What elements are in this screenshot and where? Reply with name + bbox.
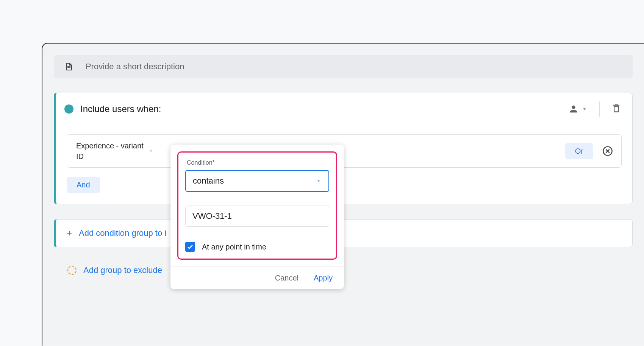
- description-placeholder: Provide a short description: [86, 62, 184, 72]
- exclude-indicator-circle: [67, 266, 77, 275]
- condition-operator-value: contains: [193, 176, 224, 186]
- add-exclude-label: Add group to exclude: [83, 265, 162, 275]
- close-circle-icon: [602, 146, 613, 156]
- condition-value-input[interactable]: [185, 206, 329, 227]
- apply-button[interactable]: Apply: [314, 274, 333, 282]
- user-icon: [568, 104, 579, 114]
- divider: [599, 101, 600, 117]
- chevron-down-icon: [148, 148, 154, 154]
- include-header-left: Include users when:: [64, 104, 161, 114]
- description-bar[interactable]: Provide a short description: [54, 55, 633, 78]
- condition-row-actions: Or: [565, 143, 621, 159]
- trash-icon: [611, 103, 622, 114]
- include-title: Include users when:: [80, 104, 161, 114]
- add-include-label: Add condition group to i: [79, 228, 166, 238]
- scope-dropdown[interactable]: [568, 104, 588, 114]
- delete-group-button[interactable]: [611, 103, 622, 115]
- checkmark-icon: [186, 243, 194, 251]
- chevron-down-icon: [581, 106, 588, 112]
- checkbox-label: At any point in time: [202, 243, 266, 251]
- include-indicator-dot: [64, 104, 73, 114]
- include-header-right: [568, 101, 622, 117]
- or-button[interactable]: Or: [565, 143, 593, 159]
- include-header: Include users when:: [56, 93, 632, 125]
- condition-operator-select[interactable]: contains: [185, 170, 329, 192]
- condition-row: Experience - variant ID Or: [67, 134, 622, 168]
- any-point-checkbox[interactable]: [185, 242, 195, 252]
- document-icon: [64, 62, 73, 71]
- cancel-button[interactable]: Cancel: [275, 274, 299, 282]
- popup-highlighted-area: Condition* contains At any point in time: [177, 151, 337, 260]
- condition-field-label: Condition*: [185, 159, 329, 166]
- and-button[interactable]: And: [67, 177, 100, 193]
- dimension-label: Experience - variant ID: [76, 140, 148, 162]
- chevron-down-icon: [316, 178, 322, 184]
- checkbox-row: At any point in time: [185, 242, 329, 252]
- remove-condition-button[interactable]: [602, 146, 613, 156]
- condition-filter-popup: Condition* contains At any point in time…: [170, 145, 344, 289]
- popup-actions: Cancel Apply: [170, 267, 344, 289]
- dimension-selector[interactable]: Experience - variant ID: [67, 135, 163, 167]
- plus-icon: +: [67, 228, 72, 238]
